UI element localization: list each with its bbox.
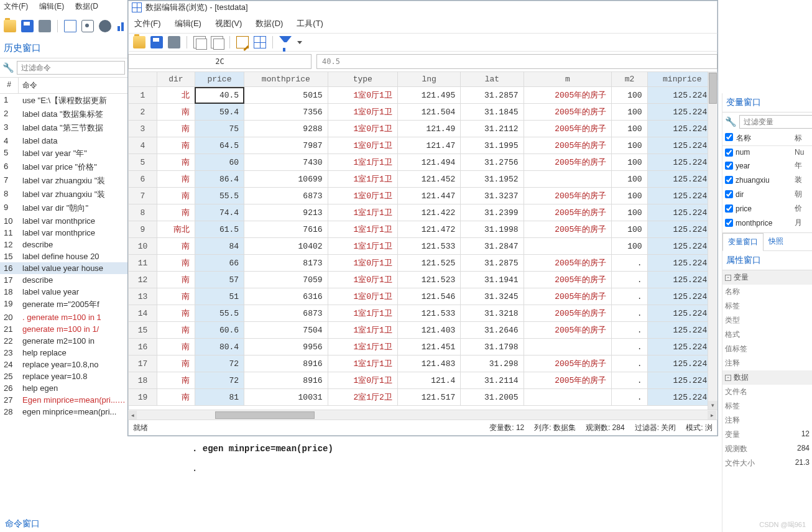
cell-monthprice[interactable]: 7059 [244,272,328,288]
cell-lng[interactable]: 121.523 [397,272,460,288]
table-row[interactable]: 10南84104021室1厅1卫121.53331.2847100125.224… [129,238,717,255]
menu-data[interactable]: 数据(D [75,1,98,11]
history-row[interactable]: 17describe [0,274,127,286]
cell-m[interactable]: 2005年的房子 [524,204,612,221]
history-row[interactable]: 10label var monthprice [0,215,127,227]
cell-m[interactable]: 2005年的房子 [524,322,612,339]
cell-minprice[interactable]: 125.2246 [647,221,717,238]
wrench-icon[interactable]: 🔧 [725,116,737,127]
variable-row[interactable]: dir朝 [722,187,812,201]
variable-row[interactable]: year年 [722,158,812,173]
cell-type[interactable]: 1室1厅1卫 [328,238,397,255]
cell-minprice[interactable]: 125.2246 [647,188,717,204]
history-col-cmd[interactable]: 命令 [19,78,41,93]
cell-dir[interactable]: 南 [157,389,195,406]
cell-lat[interactable]: 31.1952 [461,171,524,188]
cell-type[interactable]: 1室1厅1卫 [328,154,397,171]
cell-lng[interactable]: 121.4 [397,372,460,389]
cell-monthprice[interactable]: 6873 [244,188,328,204]
table-row[interactable]: 7南55.568731室0厅1卫121.44731.32372005年的房子10… [129,188,717,204]
column-header-monthprice[interactable]: monthprice [244,72,328,87]
variable-checkbox[interactable] [725,190,733,198]
cell-price[interactable]: 60 [195,154,244,171]
cell-price[interactable]: 57 [195,272,244,288]
cell-monthprice[interactable]: 7504 [244,322,328,339]
cell-m[interactable]: 2005年的房子 [524,104,612,121]
cell-minprice[interactable]: 125.2246 [647,255,717,272]
cell-monthprice[interactable]: 10402 [244,238,328,255]
cell-lng[interactable]: 121.495 [397,87,460,104]
cell-lng[interactable]: 121.472 [397,221,460,238]
cell-type[interactable]: 1室0厅1卫 [328,255,397,272]
cell-dir[interactable]: 南 [157,339,195,355]
cell-lng[interactable]: 121.494 [397,154,460,171]
cell-m[interactable]: 2005年的房子 [524,272,612,288]
cell-m2[interactable]: . [612,322,647,339]
cell-dir[interactable]: 南 [157,255,195,272]
print-icon[interactable] [39,20,51,32]
cell-minprice[interactable]: 125.2246 [647,272,717,288]
cell-type[interactable]: 1室0厅1卫 [328,188,397,204]
cell-dir[interactable]: 南 [157,288,195,305]
table-row[interactable]: 17南7289161室1厅1卫121.48331.2982005年的房子.125… [129,355,717,372]
table-row[interactable]: 9南北61.576161室1厅1卫121.47231.19982005年的房子1… [129,221,717,238]
cell-m2[interactable]: . [612,372,647,389]
cell-minprice[interactable]: 125.2246 [647,339,717,355]
history-row[interactable]: 15label define house 20 [0,250,127,262]
column-header-m2[interactable]: m2 [612,72,647,87]
cell-lng[interactable]: 121.533 [397,305,460,322]
cell-m[interactable]: 2005年的房子 [524,154,612,171]
cell-dir[interactable]: 南 [157,355,195,372]
cell-m2[interactable]: 100 [612,137,647,154]
cell-m2[interactable]: 100 [612,154,647,171]
cell-dir[interactable]: 南 [157,154,195,171]
cell-price[interactable]: 64.5 [195,137,244,154]
cell-lng[interactable]: 121.452 [397,171,460,188]
cell-type[interactable]: 1室0厅1卫 [328,272,397,288]
cell-lng[interactable]: 121.422 [397,204,460,221]
table-row[interactable]: 6南86.4106991室1厅1卫121.45231.1952100125.22… [129,171,717,188]
cell-dir[interactable]: 南 [157,322,195,339]
table-row[interactable]: 4南64.579871室0厅1卫121.4731.19952005年的房子100… [129,137,717,154]
open-icon[interactable] [4,20,16,32]
cell-monthprice[interactable]: 7430 [244,154,328,171]
cell-m[interactable]: 2005年的房子 [524,255,612,272]
tab-variables[interactable]: 变量窗口 [722,233,764,251]
cell-type[interactable]: 1室0厅1卫 [328,104,397,121]
menu-file[interactable]: 文件(F) [4,1,28,11]
table-row[interactable]: 16南80.499561室1厅1卫121.45131.1798.125.2246 [129,339,717,355]
cell-price[interactable]: 84 [195,238,244,255]
variable-row[interactable]: monthprice月 [722,216,812,230]
variable-checkbox[interactable] [725,219,733,227]
cell-minprice[interactable]: 125.2246 [647,154,717,171]
cell-m[interactable]: 2005年的房子 [524,355,612,372]
history-row[interactable]: 12describe [0,239,127,250]
menu-edit[interactable]: 编辑(E) [39,1,64,11]
variable-row[interactable]: numNu [722,146,812,158]
editor-save-icon[interactable] [150,36,163,48]
cell-m2[interactable]: . [612,272,647,288]
cell-lat[interactable]: 31.2646 [461,322,524,339]
cell-m2[interactable]: 100 [612,121,647,137]
cell-dir[interactable]: 南 [157,372,195,389]
cell-type[interactable]: 1室1厅1卫 [328,322,397,339]
cell-monthprice[interactable]: 9288 [244,121,328,137]
cell-lng[interactable]: 121.525 [397,255,460,272]
cell-dir[interactable]: 南 [157,188,195,204]
cell-m2[interactable]: 100 [612,171,647,188]
cell-minprice[interactable]: 125.2246 [647,288,717,305]
cell-monthprice[interactable]: 10031 [244,389,328,406]
filter-dropdown-icon[interactable] [297,41,302,44]
cell-m[interactable]: 2005年的房子 [524,305,612,322]
cell-price[interactable]: 81 [195,389,244,406]
cell-lat[interactable]: 31.1941 [461,272,524,288]
cell-minprice[interactable]: 125.2246 [647,204,717,221]
collapse-icon[interactable]: - [725,375,731,381]
history-row[interactable]: 18label value year [0,286,127,298]
cell-monthprice[interactable]: 8916 [244,355,328,372]
filter-icon[interactable] [279,36,292,48]
column-header-lng[interactable]: lng [397,72,460,87]
variable-row[interactable]: zhuangxiu装 [722,173,812,187]
cell-lat[interactable]: 31.3218 [461,305,524,322]
cell-m[interactable] [524,339,612,355]
